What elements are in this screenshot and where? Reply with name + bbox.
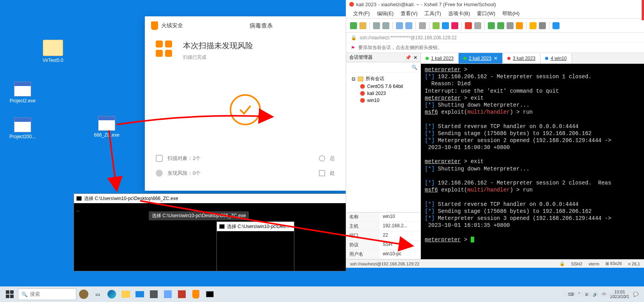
exe-icon <box>14 118 31 132</box>
cmd2-titlebar[interactable]: 选择 C:\Users\win10-pc\Des... <box>217 222 294 231</box>
help-icon[interactable] <box>553 22 560 29</box>
risk-right: 处 <box>330 170 335 177</box>
cmd-window-1[interactable]: 选择 C:\Users\win10-pc\Desktop\666_ZC.exe … <box>74 193 346 271</box>
tray-keyboard-icon[interactable]: ⌨ <box>568 292 574 297</box>
lock-icon[interactable] <box>530 22 537 29</box>
menu-edit[interactable]: 编辑(E) <box>377 10 394 17</box>
tray-chevron-up-icon[interactable]: ˄ <box>578 292 581 297</box>
scan-right: 总 <box>330 155 335 162</box>
close-icon[interactable]: ✕ <box>413 55 417 60</box>
keyboard-icon[interactable] <box>507 22 514 29</box>
list-icon <box>156 155 163 162</box>
font-icon[interactable] <box>451 22 458 29</box>
huorong-tab-scan[interactable]: 病毒查杀 <box>250 22 273 30</box>
cmd1-titlebar[interactable]: 选择 C:\Users\win10-pc\Desktop\666_ZC.exe <box>74 194 346 203</box>
tray-clock[interactable]: 16:01 2023/10/1 <box>610 290 629 299</box>
tray-ime-icon[interactable]: 中 <box>602 291 606 297</box>
taskbar-huorong[interactable] <box>189 288 202 300</box>
xshell-window: kali 2023 - xiaoheizi@kali: ~ - Xshell 7… <box>346 0 644 268</box>
scan-result-icon <box>156 40 174 59</box>
cmd2-terminal[interactable] <box>217 231 294 271</box>
scan-subline: 扫描已完成 <box>183 54 253 61</box>
tray-network-icon[interactable]: 🖥 <box>584 292 589 297</box>
xshell-address-bar[interactable]: 🔒 ssh://xiaoheizi:***********@192.168.20… <box>346 33 644 43</box>
menu-help[interactable]: 帮助(H) <box>502 10 519 17</box>
tree-item[interactable]: win10 <box>349 97 417 104</box>
record-icon[interactable] <box>465 22 472 29</box>
stop-icon[interactable] <box>474 22 481 29</box>
tab-kali-2[interactable]: 2 kali 2023✕ <box>459 53 503 63</box>
icon-label: VirTest5.0 <box>37 58 69 63</box>
close-icon[interactable]: ✕ <box>494 56 498 61</box>
disconnect-icon[interactable] <box>382 22 389 29</box>
session-icon <box>360 91 365 96</box>
xshell-tabs: 1 kali 2023 2 kali 2023✕ 3 kali 2023 4 w… <box>421 53 644 64</box>
search-icon[interactable] <box>419 22 426 29</box>
exe-icon <box>14 82 31 97</box>
pin-icon[interactable]: 📌 <box>405 55 411 60</box>
cmd2-title: 选择 C:\Users\win10-pc\Des... <box>227 223 289 230</box>
transparency-icon[interactable] <box>497 22 504 29</box>
clock-icon <box>319 155 325 162</box>
menu-view[interactable]: 查看(V) <box>401 10 417 17</box>
cmd-icon <box>219 224 225 229</box>
desktop-icon-exe[interactable]: Project2.exe <box>7 82 38 104</box>
fullscreen-icon[interactable] <box>488 22 495 29</box>
taskbar-gimp[interactable] <box>77 288 90 300</box>
tree-item[interactable]: kali 2023 <box>349 90 417 97</box>
xshell-titlebar[interactable]: kali 2023 - xiaoheizi@kali: ~ - Xshell 7… <box>346 0 644 9</box>
app-icon <box>349 2 354 7</box>
taskbar-app1[interactable] <box>147 288 160 300</box>
globe-icon[interactable] <box>442 22 449 29</box>
layout-icon[interactable] <box>539 22 546 29</box>
start-button[interactable] <box>2 288 17 300</box>
desktop-icon-exe[interactable]: 666_ZC.exe <box>91 116 122 138</box>
svg-rect-0 <box>6 290 9 294</box>
session-icon <box>360 84 365 89</box>
highlight-icon[interactable] <box>516 22 523 29</box>
open-icon[interactable] <box>359 22 366 29</box>
icon-label: 666_ZC.exe <box>91 132 122 138</box>
tray-notifications-icon[interactable]: 💬 <box>633 292 639 297</box>
taskbar-search[interactable]: 🔍 搜索 <box>18 288 76 300</box>
search-placeholder: 搜索 <box>30 291 40 298</box>
copy-icon[interactable] <box>396 22 403 29</box>
session-manager-title: 会话管理器 <box>349 54 373 61</box>
tree-item[interactable]: CentOS 7.6 64bit <box>349 83 417 90</box>
xshell-toolbar <box>346 19 644 33</box>
svg-rect-3 <box>10 295 14 298</box>
properties-icon[interactable] <box>433 22 440 29</box>
tab-kali-3[interactable]: 3 kali 2023 <box>503 53 540 63</box>
menu-tabs[interactable]: 选项卡(B) <box>448 10 470 17</box>
taskbar-mail[interactable] <box>133 288 146 300</box>
taskbar-edge[interactable] <box>105 288 118 300</box>
tab-win10[interactable]: 4 win10 <box>540 53 572 63</box>
taskbar-app2[interactable] <box>161 288 174 300</box>
menu-window[interactable]: 窗口(W) <box>477 10 495 17</box>
huorong-logo-icon <box>151 21 158 30</box>
taskbar-cmd[interactable] <box>203 288 216 300</box>
new-session-icon[interactable] <box>350 22 357 29</box>
paste-icon[interactable] <box>405 22 412 29</box>
desktop-icon-exe[interactable]: Project200... <box>7 118 38 139</box>
taskbar-explorer[interactable] <box>119 288 132 300</box>
desktop-icon-folder[interactable]: VirTest5.0 <box>37 40 69 63</box>
warning-icon <box>156 170 163 177</box>
status-term: xterm <box>589 262 600 266</box>
xshell-terminal[interactable]: meterpreter > [*] 192.168.206.162 - Mete… <box>421 64 644 259</box>
session-search[interactable]: 🔍 <box>346 62 421 72</box>
taskbar-taskview[interactable]: ▭ <box>91 288 104 300</box>
status-proto: SSH2 <box>571 262 582 266</box>
menu-file[interactable]: 文件(F) <box>353 10 370 17</box>
cmd-window-2[interactable]: 选择 C:\Users\win10-pc\Des... <box>216 221 294 271</box>
tray-volume-icon[interactable]: 🔊 <box>593 292 598 297</box>
system-tray[interactable]: ⌨ ˄ 🖥 🔊 中 16:01 2023/10/1 💬 <box>568 290 642 299</box>
scan-headline: 本次扫描未发现风险 <box>183 40 253 51</box>
reconnect-icon[interactable] <box>373 22 380 29</box>
xshell-menubar: 文件(F) 编辑(E) 查看(V) 工具(T) 选项卡(B) 窗口(W) 帮助(… <box>346 9 644 19</box>
tree-root[interactable]: ⊟ 所有会话 <box>349 75 417 83</box>
taskbar-app3[interactable] <box>175 288 188 300</box>
search-icon: 🔍 <box>412 65 417 70</box>
tab-kali-1[interactable]: 1 kali 2023 <box>421 53 459 63</box>
menu-tools[interactable]: 工具(T) <box>424 10 441 17</box>
